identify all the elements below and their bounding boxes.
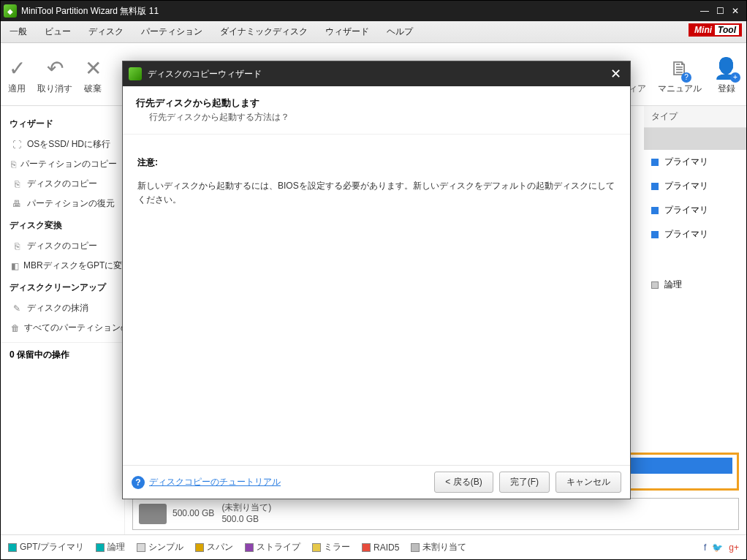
sidebar-copy-disk[interactable]: ⎘ディスクのコピー bbox=[1, 174, 124, 194]
back-button[interactable]: < 戻る(B) bbox=[434, 472, 493, 493]
close-button[interactable]: ✕ bbox=[732, 6, 739, 16]
disk-copy-icon: ⎘ bbox=[11, 179, 23, 189]
logical-icon bbox=[651, 281, 659, 289]
disk-copy-icon: ⎘ bbox=[11, 241, 23, 251]
menu-help[interactable]: ヘルプ bbox=[378, 26, 422, 38]
app-window: ◆ MiniTool Partition Wizard 無料版 11 — ☐ ✕… bbox=[0, 0, 747, 560]
menubar: 一般 ビュー ディスク パーティション ダイナミックディスク ウィザード ヘルプ… bbox=[1, 21, 746, 43]
facebook-icon[interactable]: f bbox=[704, 542, 706, 553]
type-header: タイプ bbox=[644, 106, 746, 128]
finish-button[interactable]: 完了(F) bbox=[499, 472, 550, 493]
sidebar-cleanup-header: ディスククリーンアップ bbox=[1, 276, 124, 298]
menu-partition[interactable]: パーティション bbox=[132, 26, 211, 38]
type-column: タイプ プライマリ プライマリ プライマリ プライマリ 論理 bbox=[644, 106, 746, 297]
manual-icon: 🗎 bbox=[670, 53, 690, 83]
erase-icon: ✎ bbox=[11, 303, 23, 314]
gplus-icon[interactable]: g+ bbox=[729, 542, 739, 553]
discard-icon: ✕ bbox=[85, 53, 102, 83]
user-icon: 👤 bbox=[713, 53, 739, 83]
menu-wizard[interactable]: ウィザード bbox=[316, 26, 378, 38]
disk-bar-2[interactable]: 500.00 GB (未割り当て) 500.0 GB bbox=[132, 498, 739, 530]
type-row[interactable]: プライマリ bbox=[644, 174, 746, 198]
modal-footer: ? ディスクコピーのチュートリアル < 戻る(B) 完了(F) キャンセル bbox=[123, 465, 630, 499]
legend: GPT/プライマリ 論理 シンプル スパン ストライプ ミラー RAID5 未割… bbox=[1, 534, 746, 559]
disk2-info: 500.00 GB bbox=[172, 508, 214, 520]
twitter-icon[interactable]: 🐦 bbox=[712, 542, 723, 553]
sidebar-wizard-header: ウィザード bbox=[1, 112, 124, 135]
window-title: MiniTool Partition Wizard 無料版 11 bbox=[21, 5, 700, 18]
sidebar-convert-header: ディスク変換 bbox=[1, 213, 124, 236]
modal-title: ディスクのコピーウィザード bbox=[148, 68, 607, 80]
trash-icon: 🗑 bbox=[11, 323, 20, 333]
menu-view[interactable]: ビュー bbox=[36, 26, 80, 38]
selected-row[interactable] bbox=[644, 128, 746, 150]
apply-button[interactable]: ✓適用 bbox=[8, 53, 26, 95]
legend-mirror: ミラー bbox=[312, 541, 350, 553]
menu-general[interactable]: 一般 bbox=[1, 26, 36, 38]
primary-icon bbox=[651, 183, 659, 190]
brand-logo: MiniTool bbox=[689, 23, 742, 37]
cancel-button[interactable]: キャンセル bbox=[555, 472, 621, 493]
modal-help: ? ディスクコピーのチュートリアル bbox=[132, 476, 281, 489]
minimize-button[interactable]: — bbox=[700, 6, 709, 16]
discard-button[interactable]: ✕破棄 bbox=[84, 53, 102, 95]
modal-note-label: 注意: bbox=[137, 156, 615, 169]
legend-stripe: ストライプ bbox=[245, 541, 300, 553]
sidebar-recover-partition[interactable]: 🖶パーティションの復元 bbox=[1, 194, 124, 213]
legend-unalloc: 未割り当て bbox=[411, 541, 466, 553]
legend-span: スパン bbox=[195, 541, 233, 553]
tutorial-link[interactable]: ディスクコピーのチュートリアル bbox=[149, 476, 281, 488]
app-icon: ◆ bbox=[4, 4, 17, 18]
maximize-button[interactable]: ☐ bbox=[716, 6, 724, 16]
recover-icon: 🖶 bbox=[11, 199, 23, 209]
register-button[interactable]: 👤登録 bbox=[713, 53, 739, 95]
sidebar-copy-disk2[interactable]: ⎘ディスクのコピー bbox=[1, 236, 124, 256]
primary-icon bbox=[651, 159, 659, 166]
primary-icon bbox=[651, 207, 659, 214]
modal-app-icon bbox=[129, 67, 142, 80]
modal-close-button[interactable]: ✕ bbox=[607, 66, 624, 82]
modal-heading: 行先ディスクから起動します bbox=[136, 97, 617, 110]
undo-icon: ↶ bbox=[47, 53, 64, 83]
sidebar-migrate-os[interactable]: ⛶OSをSSD/ HDに移行 bbox=[1, 135, 124, 154]
convert-icon: ◧ bbox=[11, 261, 19, 271]
copy-icon: ⎘ bbox=[11, 159, 16, 170]
type-row[interactable]: 論理 bbox=[644, 273, 746, 297]
type-row[interactable]: プライマリ bbox=[644, 150, 746, 174]
legend-simple: シンプル bbox=[137, 541, 183, 553]
media-button-cut[interactable]: ィア bbox=[629, 53, 646, 95]
modal-titlebar: ディスクのコピーウィザード ✕ bbox=[123, 61, 630, 86]
sidebar-wipe-disk[interactable]: ✎ディスクの抹消 bbox=[1, 298, 124, 318]
primary-icon bbox=[651, 231, 659, 238]
sidebar: ウィザード ⛶OSをSSD/ HDに移行 ⎘パーティションのコピー ⎘ディスクの… bbox=[1, 106, 125, 534]
type-row[interactable]: プライマリ bbox=[644, 198, 746, 222]
type-row[interactable]: プライマリ bbox=[644, 222, 746, 246]
help-icon: ? bbox=[132, 476, 145, 489]
sidebar-delete-all[interactable]: 🗑すべてのパーティションの bbox=[1, 318, 124, 338]
migrate-icon: ⛶ bbox=[11, 140, 23, 150]
check-icon: ✓ bbox=[9, 53, 26, 83]
social-links: f 🐦 g+ bbox=[704, 542, 739, 553]
legend-logical: 論理 bbox=[96, 541, 125, 553]
legend-raid: RAID5 bbox=[362, 542, 399, 553]
copy-disk-wizard-dialog: ディスクのコピーウィザード ✕ 行先ディスクから起動します 行先ディスクから起動… bbox=[122, 61, 631, 499]
titlebar: ◆ MiniTool Partition Wizard 無料版 11 — ☐ ✕ bbox=[1, 1, 746, 21]
sidebar-copy-partition[interactable]: ⎘パーティションのコピー bbox=[1, 154, 124, 174]
hdd-icon bbox=[139, 504, 167, 524]
legend-gpt: GPT/プライマリ bbox=[8, 541, 84, 553]
modal-header: 行先ディスクから起動します 行先ディスクから起動する方法は？ bbox=[123, 86, 630, 135]
modal-body-text: 新しいディスクから起動するには、BIOSを設定する必要があります。新しいディスク… bbox=[137, 179, 615, 207]
sidebar-mbr-gpt[interactable]: ◧MBRディスクをGPTに変 bbox=[1, 256, 124, 276]
modal-content: 注意: 新しいディスクから起動するには、BIOSを設定する必要があります。新しい… bbox=[123, 135, 630, 465]
menu-dynamic[interactable]: ダイナミックディスク bbox=[211, 26, 316, 38]
window-controls: — ☐ ✕ bbox=[700, 6, 743, 16]
modal-subheading: 行先ディスクから起動する方法は？ bbox=[136, 111, 617, 124]
menu-disk[interactable]: ディスク bbox=[80, 26, 132, 38]
undo-button[interactable]: ↶取り消す bbox=[37, 53, 72, 95]
pending-operations: 0 保留中の操作 bbox=[1, 342, 124, 367]
manual-button[interactable]: 🗎マニュアル bbox=[658, 53, 702, 95]
